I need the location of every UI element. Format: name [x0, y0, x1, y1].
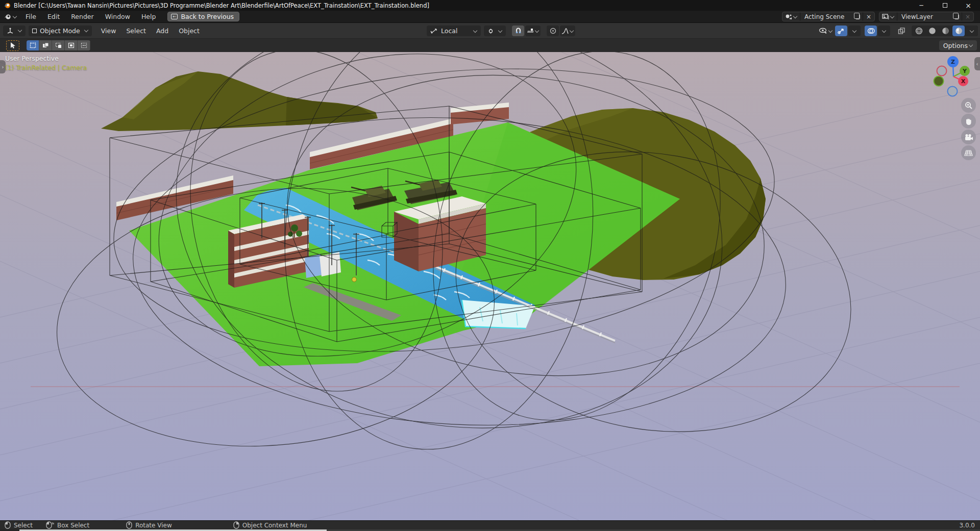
back-to-previous-button[interactable]: ← Back to Previous [167, 12, 239, 21]
rendered-sphere-icon [955, 27, 963, 35]
viewlayer-selector: ViewLayer × [879, 12, 974, 21]
magnet-icon [515, 28, 522, 34]
top-menu-bar: File Edit Render Window Help ← Back to P… [0, 11, 980, 23]
camera-view-button[interactable] [961, 130, 976, 144]
visibility-dropdown[interactable] [817, 26, 834, 36]
select-intersect-icon [81, 42, 87, 48]
menu-select[interactable]: Select [121, 27, 151, 35]
select-mode-set[interactable] [27, 40, 39, 50]
menu-view[interactable]: View [96, 27, 121, 35]
menu-add[interactable]: Add [151, 27, 174, 35]
orientation-label: Local [441, 27, 457, 35]
orientation-axes-icon [430, 28, 438, 34]
select-mode-subtract[interactable] [52, 40, 65, 50]
grid-icon [964, 149, 973, 157]
editor-3d-viewport-icon [7, 28, 14, 34]
blender-logo-icon [4, 2, 11, 9]
shading-solid-button[interactable] [926, 26, 938, 36]
xray-icon [898, 28, 905, 34]
menu-render[interactable]: Render [65, 11, 100, 22]
blender-logo-icon [4, 14, 12, 20]
copy-icon [954, 14, 959, 19]
snap-settings-dropdown[interactable] [525, 26, 541, 36]
editor-type-button[interactable] [3, 26, 26, 36]
proportional-edit-toggle[interactable] [547, 26, 559, 36]
hint-object-context-menu-label: Object Context Menu [242, 522, 307, 529]
pan-button[interactable] [961, 114, 976, 129]
scene-icon [785, 14, 792, 20]
select-mode-extend[interactable] [39, 40, 52, 50]
gizmo-dropdown[interactable] [848, 26, 861, 36]
select-mode-invert[interactable] [65, 40, 78, 50]
cursor-icon [10, 42, 16, 49]
shading-wireframe-button[interactable] [913, 26, 925, 36]
menu-object[interactable]: Object [174, 27, 205, 35]
copy-icon [855, 14, 860, 19]
yellow-prop[interactable] [352, 277, 357, 282]
snap-increment-icon [527, 28, 534, 34]
hint-select: Select [5, 521, 33, 529]
menu-help[interactable]: Help [136, 11, 162, 22]
app-menu-button[interactable] [0, 14, 20, 20]
scene-unlink-button[interactable]: × [863, 12, 874, 21]
sidebar-expand-tab[interactable]: ‹ [974, 57, 980, 70]
show-gizmo-toggle[interactable] [835, 26, 847, 36]
xray-toggle[interactable] [895, 26, 908, 36]
close-button[interactable]: × [957, 0, 980, 11]
navigation-gizmo[interactable]: Z Y X [932, 54, 975, 97]
scene-browse-button[interactable] [782, 12, 800, 21]
hand-icon [965, 117, 972, 125]
select-extend-icon [42, 42, 49, 48]
status-bar: Select Box Select Rotate View Object Con… [0, 520, 980, 529]
shading-rendered-button[interactable] [952, 26, 965, 36]
select-mode-intersect[interactable] [78, 40, 90, 50]
snap-toggle[interactable] [512, 26, 524, 36]
zoom-button[interactable] [961, 98, 976, 113]
options-label: Options [943, 42, 968, 49]
viewlayer-browse-button[interactable] [879, 12, 897, 21]
show-overlays-toggle[interactable] [865, 26, 877, 36]
mouse-right-icon [233, 521, 239, 529]
select-subtract-icon [55, 42, 62, 48]
scene-new-button[interactable] [853, 12, 863, 21]
axis-neg-y-ball[interactable] [934, 77, 944, 86]
zoom-icon [965, 102, 973, 110]
scene-name-field[interactable]: Acting Scene [800, 12, 853, 21]
solid-sphere-icon [928, 27, 936, 35]
select-mode-strip [27, 40, 90, 50]
active-tool-select-box[interactable] [6, 40, 19, 51]
menu-edit[interactable]: Edit [42, 11, 65, 22]
select-set-icon [30, 42, 36, 48]
transform-orientation-dropdown[interactable]: Local [427, 26, 481, 36]
minimize-button[interactable]: ─ [910, 0, 933, 11]
viewlayer-new-button[interactable] [952, 12, 962, 21]
menu-window[interactable]: Window [100, 11, 136, 22]
tool-settings-bar: Options [0, 39, 980, 52]
viewlayer-remove-button[interactable]: × [962, 12, 973, 21]
select-invert-icon [68, 42, 75, 48]
mode-selector[interactable]: Object Mode [29, 26, 92, 36]
3d-viewport[interactable]: User Perspective (1) TrainRelated | Came… [0, 52, 980, 520]
pivot-icon [487, 28, 494, 34]
shading-material-button[interactable] [939, 26, 951, 36]
pivot-point-dropdown[interactable] [484, 26, 506, 36]
scene-canvas[interactable] [0, 52, 980, 520]
options-button[interactable]: Options [939, 40, 977, 50]
toolbar-expand-tab[interactable]: › [0, 60, 6, 73]
overlays-dropdown[interactable] [878, 26, 890, 36]
proportional-falloff-dropdown[interactable] [560, 26, 575, 36]
window-title: Blender [C:\Users\Tawan Nansin\Pictures\… [14, 2, 429, 9]
maximize-button[interactable] [933, 0, 957, 11]
axis-z-label: Z [951, 59, 955, 65]
perspective-toggle-button[interactable] [961, 145, 976, 160]
axis-x-label: X [961, 78, 966, 85]
menu-file[interactable]: File [20, 11, 42, 22]
transform-snap-tools: Local [427, 26, 575, 36]
shading-dropdown[interactable] [966, 26, 978, 36]
axis-neg-z-ball[interactable] [948, 87, 958, 96]
mouse-left-drag-icon [46, 521, 54, 529]
camera-icon [964, 134, 973, 141]
back-to-previous-label: Back to Previous [181, 13, 234, 20]
axis-neg-x-ball[interactable] [937, 66, 947, 76]
viewlayer-name-field[interactable]: ViewLayer [897, 12, 952, 21]
